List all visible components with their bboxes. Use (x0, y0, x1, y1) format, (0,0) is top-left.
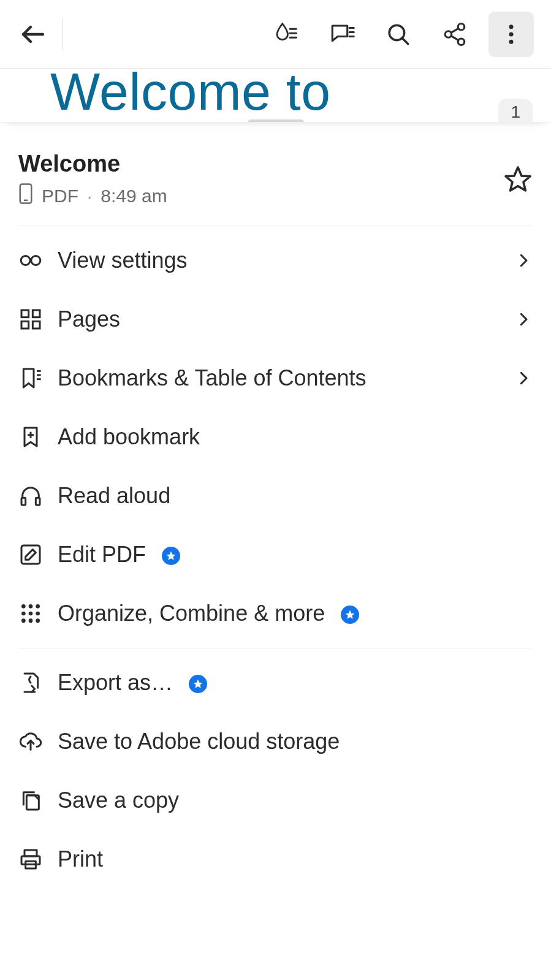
menu-label: Print (58, 846, 533, 872)
document-preview: Welcome to 1 (0, 69, 551, 123)
svg-point-42 (29, 618, 33, 623)
device-icon (18, 183, 33, 208)
svg-point-21 (31, 256, 40, 265)
add-bookmark-item[interactable]: Add bookmark (18, 408, 533, 466)
svg-point-43 (36, 618, 40, 623)
svg-point-20 (21, 256, 30, 265)
svg-rect-33 (21, 545, 40, 564)
add-bookmark-icon (18, 425, 58, 449)
chevron-right-icon (514, 251, 533, 270)
svg-marker-34 (167, 552, 176, 560)
page-number-badge[interactable]: 1 (498, 99, 533, 122)
organize-combine-item[interactable]: Organize, Combine & more (18, 584, 533, 643)
svg-rect-25 (32, 321, 40, 329)
svg-point-15 (509, 32, 514, 36)
menu-label: Export as… (58, 670, 533, 696)
svg-point-37 (36, 604, 40, 609)
save-cloud-item[interactable]: Save to Adobe cloud storage (18, 712, 533, 771)
menu-label: Bookmarks & Table of Contents (58, 365, 514, 391)
bookmark-list-icon (18, 366, 58, 390)
file-time: 8:49 am (101, 186, 167, 207)
premium-star-icon (189, 675, 207, 693)
pages-item[interactable]: Pages (18, 290, 533, 349)
svg-point-36 (29, 604, 33, 609)
svg-point-40 (36, 612, 40, 616)
svg-rect-31 (21, 498, 26, 505)
svg-rect-23 (32, 310, 40, 317)
svg-point-38 (21, 612, 26, 616)
svg-point-41 (21, 618, 26, 623)
grid-dots-icon (18, 601, 58, 626)
menu-label: Pages (58, 306, 514, 332)
chevron-right-icon (514, 310, 533, 329)
svg-rect-22 (21, 310, 29, 317)
liquid-mode-button[interactable] (263, 12, 308, 57)
edit-pdf-item[interactable]: Edit PDF (18, 525, 533, 584)
view-settings-item[interactable]: View settings (18, 231, 533, 290)
menu-label: Add bookmark (58, 424, 533, 450)
premium-star-icon (341, 606, 359, 624)
menu-label: Save to Adobe cloud storage (58, 729, 533, 754)
export-icon (18, 670, 58, 695)
svg-marker-44 (346, 610, 355, 619)
export-as-item[interactable]: Export as… (18, 653, 533, 712)
svg-line-13 (451, 36, 458, 40)
menu-label: Organize, Combine & more (58, 601, 533, 626)
search-button[interactable] (376, 12, 421, 57)
svg-marker-46 (194, 680, 203, 688)
menu-list: View settings Pages Bookmarks & Table of… (18, 226, 533, 889)
svg-point-35 (21, 604, 26, 609)
cloud-upload-icon (18, 729, 58, 754)
menu-label: View settings (58, 248, 514, 273)
svg-marker-19 (506, 167, 530, 191)
svg-point-39 (29, 612, 33, 616)
print-icon (18, 847, 58, 872)
share-button[interactable] (432, 12, 477, 57)
overflow-sheet: Welcome PDF · 8:49 am View settings (0, 123, 551, 889)
file-type: PDF (42, 186, 78, 207)
pages-grid-icon (18, 307, 58, 332)
save-copy-item[interactable]: Save a copy (18, 771, 533, 830)
headphones-icon (18, 484, 58, 508)
chevron-right-icon (514, 369, 533, 387)
copy-icon (18, 788, 58, 813)
svg-rect-50 (21, 856, 40, 864)
svg-point-14 (509, 25, 514, 29)
top-toolbar (0, 0, 551, 69)
file-meta: PDF · 8:49 am (18, 183, 503, 208)
sheet-drag-handle[interactable] (248, 120, 304, 123)
glasses-icon (18, 248, 58, 273)
read-aloud-item[interactable]: Read aloud (18, 466, 533, 525)
comment-button[interactable] (319, 12, 365, 57)
svg-line-8 (403, 39, 408, 44)
bookmarks-toc-item[interactable]: Bookmarks & Table of Contents (18, 349, 533, 408)
svg-line-12 (451, 28, 458, 32)
svg-point-16 (509, 39, 514, 44)
back-button[interactable] (18, 20, 48, 49)
svg-rect-24 (21, 321, 29, 329)
edit-icon (18, 542, 58, 567)
file-header: Welcome PDF · 8:49 am (18, 123, 533, 226)
toolbar-divider (63, 19, 63, 50)
menu-label: Read aloud (58, 483, 533, 509)
separator-dot: · (87, 186, 92, 207)
svg-rect-32 (36, 498, 40, 505)
document-title: Welcome to (50, 69, 330, 122)
file-name: Welcome (18, 151, 503, 177)
favorite-button[interactable] (503, 165, 533, 194)
menu-label: Edit PDF (58, 542, 533, 568)
print-item[interactable]: Print (18, 830, 533, 889)
overflow-menu-button[interactable] (488, 12, 534, 57)
menu-separator (18, 648, 533, 648)
menu-label: Save a copy (58, 788, 533, 813)
premium-star-icon (162, 547, 180, 565)
